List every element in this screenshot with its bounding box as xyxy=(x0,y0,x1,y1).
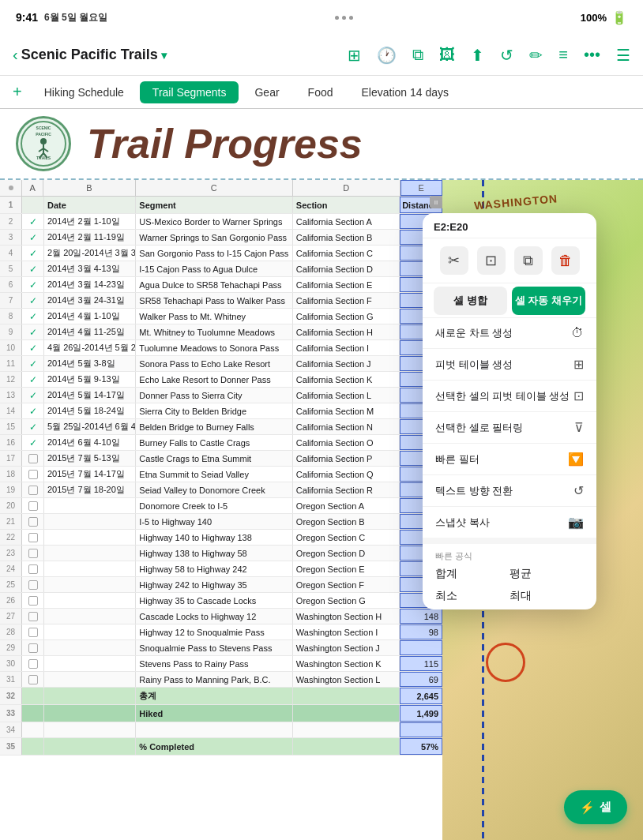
cell-26c[interactable]: Highway 35 to Cascade Locks xyxy=(136,593,293,608)
cell-2b[interactable]: 2014년 2월 1-10일 xyxy=(44,214,136,229)
photo-icon[interactable]: 🖼 xyxy=(439,46,455,64)
cell-19a[interactable] xyxy=(22,482,44,497)
cell-33e[interactable]: 1,499 xyxy=(400,705,442,722)
cell-32b[interactable] xyxy=(44,688,136,704)
cell-9a[interactable]: ✓ xyxy=(22,324,44,339)
cell-30e[interactable]: 115 xyxy=(400,656,442,671)
cell-35a[interactable] xyxy=(22,738,44,755)
tab-trail-segments[interactable]: Trail Segments xyxy=(140,81,239,103)
cell-20d[interactable]: Oregon Section A xyxy=(293,498,400,513)
cell-7d[interactable]: California Section F xyxy=(293,293,400,308)
grid-icon[interactable]: ⊞ xyxy=(348,46,361,65)
formula-avg[interactable]: 평균 xyxy=(510,567,584,581)
cell-33b[interactable] xyxy=(44,705,136,722)
clock-icon[interactable]: 🕐 xyxy=(377,46,397,65)
cell-17d[interactable]: California Section P xyxy=(293,451,400,466)
cell-33c[interactable]: Hiked xyxy=(136,705,293,722)
context-menu-item[interactable]: 스냅샷 복사 📷 xyxy=(423,507,596,538)
cell-29d[interactable]: Washington Section J xyxy=(293,640,400,655)
copy-style-button[interactable]: ⧉ xyxy=(514,246,543,275)
cell-27d[interactable]: Washington Section H xyxy=(293,609,400,624)
cell-34a[interactable] xyxy=(22,722,44,737)
cell-8b[interactable]: 2014년 4월 1-10일 xyxy=(44,309,136,324)
formula-max[interactable]: 최대 xyxy=(510,589,584,603)
cell-4d[interactable]: California Section C xyxy=(293,246,400,261)
cell-18a[interactable] xyxy=(22,467,44,482)
cell-5a[interactable]: ✓ xyxy=(22,261,44,276)
cell-28c[interactable]: Highway 12 to Snoqualmie Pass xyxy=(136,624,293,639)
cell-21b[interactable] xyxy=(44,514,136,529)
cell-32a[interactable] xyxy=(22,688,44,704)
cell-35d[interactable] xyxy=(293,738,400,755)
cell-6b[interactable]: 2014년 3월 14-23일 xyxy=(44,277,136,292)
cell-5c[interactable]: I-15 Cajon Pass to Agua Dulce xyxy=(136,261,293,276)
cell-31b[interactable] xyxy=(44,672,136,687)
cell-3d[interactable]: California Section B xyxy=(293,230,400,245)
cell-22a[interactable] xyxy=(22,530,44,545)
cell-4c[interactable]: San Gorgonio Pass to I-15 Cajon Pass xyxy=(136,246,293,261)
cell-6a[interactable]: ✓ xyxy=(22,277,44,292)
cell-30c[interactable]: Stevens Pass to Rainy Pass xyxy=(136,656,293,671)
cell-10d[interactable]: California Section I xyxy=(293,340,400,355)
cell-27a[interactable] xyxy=(22,609,44,624)
cell-14a[interactable]: ✓ xyxy=(22,403,44,418)
cell-22b[interactable] xyxy=(44,530,136,545)
cell-30d[interactable]: Washington Section K xyxy=(293,656,400,671)
cell-33d[interactable] xyxy=(293,705,400,722)
cell-14d[interactable]: California Section M xyxy=(293,403,400,418)
col-header-e[interactable]: E xyxy=(400,180,442,196)
cell-23d[interactable]: Oregon Section D xyxy=(293,546,400,561)
cell-17c[interactable]: Castle Crags to Etna Summit xyxy=(136,451,293,466)
cell-17b[interactable]: 2015년 7월 5-13일 xyxy=(44,451,136,466)
cell-26b[interactable] xyxy=(44,593,136,608)
cell-13a[interactable]: ✓ xyxy=(22,388,44,403)
cell-28a[interactable] xyxy=(22,624,44,639)
merge-cells-button[interactable]: 셀 병합 xyxy=(434,287,507,315)
list-icon[interactable]: ☰ xyxy=(616,46,630,65)
cell-10b[interactable]: 4월 26일-2014년 5월 2일 xyxy=(44,340,136,355)
cell-23b[interactable] xyxy=(44,546,136,561)
cell-13b[interactable]: 2014년 5월 14-17일 xyxy=(44,388,136,403)
cell-29b[interactable] xyxy=(44,640,136,655)
cut-button[interactable]: ✂ xyxy=(440,246,468,275)
cell-25d[interactable]: Oregon Section F xyxy=(293,577,400,592)
reload-icon[interactable]: ↺ xyxy=(500,46,513,65)
cell-11b[interactable]: 2014년 5월 3-8일 xyxy=(44,356,136,371)
cell-15b[interactable]: 5월 25일-2014년 6월 4일 xyxy=(44,419,136,434)
cell-27c[interactable]: Cascade Locks to Highway 12 xyxy=(136,609,293,624)
cell-25a[interactable] xyxy=(22,577,44,592)
cell-32e[interactable]: 2,645 xyxy=(400,688,442,704)
cell-31e[interactable]: 69 xyxy=(400,672,442,687)
formula-sum[interactable]: 합계 xyxy=(435,567,510,581)
tab-hiking-schedule[interactable]: Hiking Schedule xyxy=(32,81,137,103)
cell-15c[interactable]: Belden Bridge to Burney Falls xyxy=(136,419,293,434)
cell-30b[interactable] xyxy=(44,656,136,671)
cell-1c[interactable]: Segment xyxy=(136,197,293,213)
cell-31a[interactable] xyxy=(22,672,44,687)
cell-30a[interactable] xyxy=(22,656,44,671)
cell-32d[interactable] xyxy=(293,688,400,704)
col-header-d[interactable]: D xyxy=(293,180,400,196)
cell-2d[interactable]: California Section A xyxy=(293,214,400,229)
cell-16c[interactable]: Burney Falls to Castle Crags xyxy=(136,435,293,450)
cell-6c[interactable]: Agua Dulce to SR58 Tehachapi Pass xyxy=(136,277,293,292)
cell-24a[interactable] xyxy=(22,561,44,576)
cell-23c[interactable]: Highway 138 to Highway 58 xyxy=(136,546,293,561)
cell-22c[interactable]: Highway 140 to Highway 138 xyxy=(136,530,293,545)
cell-9b[interactable]: 2014년 4월 11-25일 xyxy=(44,324,136,339)
cell-23a[interactable] xyxy=(22,546,44,561)
cell-13d[interactable]: California Section L xyxy=(293,388,400,403)
cell-16b[interactable]: 2014년 6월 4-10일 xyxy=(44,435,136,450)
tab-gear[interactable]: Gear xyxy=(242,81,291,103)
cell-15a[interactable]: ✓ xyxy=(22,419,44,434)
cell-19d[interactable]: California Section R xyxy=(293,482,400,497)
cell-7a[interactable]: ✓ xyxy=(22,293,44,308)
share-icon[interactable]: ⬆ xyxy=(471,46,484,65)
cell-20c[interactable]: Donomore Creek to I-5 xyxy=(136,498,293,513)
cell-6d[interactable]: California Section E xyxy=(293,277,400,292)
cell-15d[interactable]: California Section N xyxy=(293,419,400,434)
cell-19c[interactable]: Seiad Valley to Donomore Creek xyxy=(136,482,293,497)
cell-31d[interactable]: Washington Section L xyxy=(293,672,400,687)
cell-11c[interactable]: Sonora Pass to Echo Lake Resort xyxy=(136,356,293,371)
cell-18d[interactable]: California Section Q xyxy=(293,467,400,482)
